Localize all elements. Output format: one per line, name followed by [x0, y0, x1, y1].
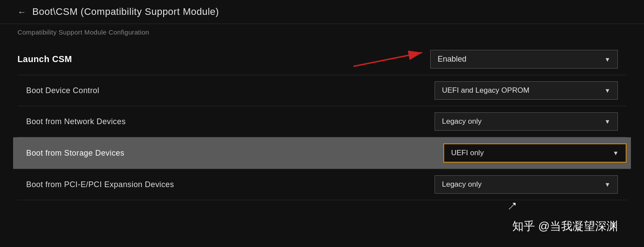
boot-from-storage-value: UEFI only [451, 149, 484, 157]
dropdown-arrow-icon-4: ▼ [613, 150, 619, 157]
bios-screen: ← Boot\CSM (Compatibility Support Module… [0, 0, 644, 247]
boot-from-storage-row: Boot from Storage Devices UEFI only ▼ [13, 137, 631, 169]
boot-from-network-label: Boot from Network Devices [17, 117, 126, 126]
dropdown-arrow-icon-3: ▼ [604, 118, 610, 125]
page-title: Boot\CSM (Compatibility Support Module) [32, 6, 219, 17]
boot-device-control-dropdown-wrapper: UEFI and Legacy OPROM ▼ [435, 81, 618, 100]
boot-device-control-value: UEFI and Legacy OPROM [442, 86, 529, 95]
launch-csm-dropdown[interactable]: Enabled ▼ [430, 50, 618, 69]
boot-from-network-dropdown[interactable]: Legacy only ▼ [435, 112, 618, 131]
launch-csm-dropdown-wrapper: Enabled ▼ [430, 50, 618, 69]
svg-line-1 [353, 52, 422, 66]
boot-from-pci-label: Boot from PCI-E/PCI Expansion Devices [17, 180, 174, 189]
header-bar: ← Boot\CSM (Compatibility Support Module… [0, 0, 644, 24]
page-subtitle: Compatibility Support Module Configurati… [0, 24, 644, 44]
back-button[interactable]: ← [17, 7, 26, 17]
settings-list: Launch CSM Enabled ▼ Boot Device Control [0, 44, 644, 200]
boot-device-control-label: Boot Device Control [17, 86, 99, 95]
boot-from-pci-dropdown-wrapper: Legacy only ▼ [435, 175, 618, 194]
boot-from-storage-dropdown[interactable]: UEFI only ▼ [443, 143, 627, 163]
dropdown-arrow-icon-2: ▼ [604, 87, 610, 94]
boot-device-control-dropdown[interactable]: UEFI and Legacy OPROM ▼ [435, 81, 618, 100]
boot-from-pci-dropdown[interactable]: Legacy only ▼ [435, 175, 618, 194]
launch-csm-value: Enabled [438, 55, 466, 64]
boot-device-control-row: Boot Device Control UEFI and Legacy OPRO… [17, 75, 627, 106]
boot-from-network-value: Legacy only [442, 117, 482, 126]
boot-from-storage-label: Boot from Storage Devices [17, 149, 124, 158]
boot-from-network-row: Boot from Network Devices Legacy only ▼ [17, 106, 627, 137]
boot-from-storage-dropdown-wrapper: UEFI only ▼ [443, 143, 627, 163]
dropdown-arrow-icon-5: ▼ [604, 181, 610, 188]
boot-from-pci-row: Boot from PCI-E/PCI Expansion Devices Le… [17, 169, 627, 200]
launch-csm-label: Launch CSM [17, 54, 72, 64]
watermark-text: 知乎 @当我凝望深渊 [512, 219, 618, 234]
boot-from-pci-value: Legacy only [442, 180, 482, 189]
boot-from-network-dropdown-wrapper: Legacy only ▼ [435, 112, 618, 131]
dropdown-arrow-icon: ▼ [604, 56, 610, 63]
mouse-cursor: ⭧ [507, 200, 517, 212]
red-arrow-indicator [349, 49, 428, 70]
launch-csm-row: Launch CSM Enabled ▼ [17, 44, 627, 75]
